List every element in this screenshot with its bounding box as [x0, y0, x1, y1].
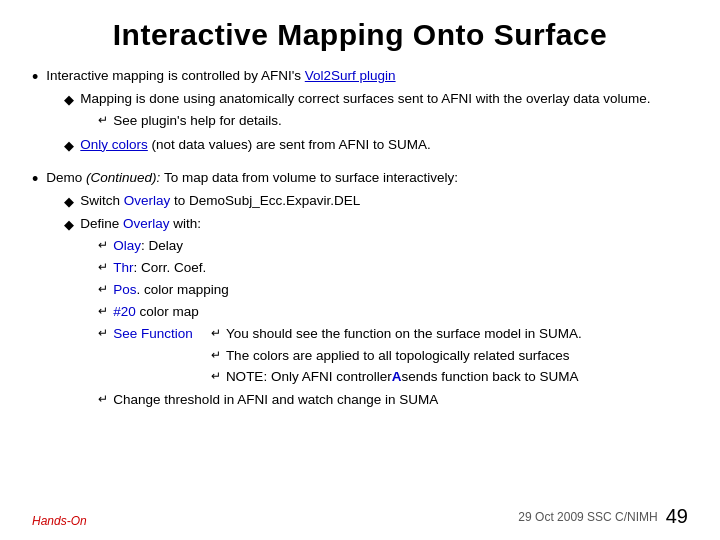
arrow-h-icon-4: ◆: [64, 215, 74, 235]
section2-sub2-seefunc: ↵ See Function ↵ You should see the func…: [98, 324, 688, 390]
see-func-item2: ↵ The colors are applied to all topologi…: [211, 346, 582, 367]
bullet-dot-1: •: [32, 64, 38, 92]
arrow-small-icon-3: ↵: [98, 258, 108, 277]
section2-main-italic: (Continued):: [86, 170, 160, 185]
hash20-rest: color map: [136, 304, 199, 319]
section2-sub1-rest: to DemoSubj_Ecc.Expavir.DEL: [170, 193, 360, 208]
bullet-1-text: Interactive mapping is controlled by AFN…: [46, 66, 688, 158]
footer: Hands-On 29 Oct 2009 SSC C/NIMH 49: [32, 505, 688, 528]
see-function-label: See Function: [113, 324, 193, 345]
section1-sub2-rest: (not data values) are sent from AFNI to …: [148, 137, 431, 152]
olay-blue: Olay: [113, 238, 141, 253]
see-function-sublist: ↵ You should see the function on the sur…: [211, 324, 582, 390]
arrow-h-icon-2: ◆: [64, 136, 74, 156]
change-threshold-text: Change threshold in AFNI and watch chang…: [113, 390, 438, 411]
section1-sub2-text: Only colors (not data values) are sent f…: [80, 135, 688, 156]
arrow-h-icon-3: ◆: [64, 192, 74, 212]
section2-sub2-thr: ↵ Thr: Corr. Coef.: [98, 258, 688, 279]
section2-sub1-text: Switch Overlay to DemoSubj_Ecc.Expavir.D…: [80, 191, 688, 212]
section2-sub2-text: Define Overlay with: ↵ Olay: Delay ↵: [80, 214, 688, 412]
section1-sub2: ◆ Only colors (not data values) are sent…: [64, 135, 688, 156]
section2-sub2: ◆ Define Overlay with: ↵ Olay: Delay: [64, 214, 688, 412]
content-area: • Interactive mapping is controlled by A…: [32, 66, 688, 499]
arrow-small-icon-5: ↵: [98, 302, 108, 321]
arrow-h-icon-1: ◆: [64, 90, 74, 110]
see-func-item3: ↵ NOTE: Only AFNI controller A sends fun…: [211, 367, 582, 388]
section1-sublist: ◆ Mapping is done using anatomically cor…: [64, 89, 688, 156]
section2-sub2-olay: ↵ Olay: Delay: [98, 236, 688, 257]
arrow-small-icon-4: ↵: [98, 280, 108, 299]
see-func-item1: ↵ You should see the function on the sur…: [211, 324, 582, 345]
hash20-blue: #20: [113, 304, 136, 319]
section1-sub1-text: Mapping is done using anatomically corre…: [80, 89, 688, 133]
section1-main: Interactive mapping is controlled by AFN…: [46, 68, 304, 83]
section2-sub2-sublist: ↵ Olay: Delay ↵ Thr: Corr. Coef.: [98, 236, 688, 411]
section2-sub1-blue: Overlay: [124, 193, 171, 208]
see-func-a-bold: A: [392, 367, 402, 388]
section2-sub2-pos: ↵ Pos. color mapping: [98, 280, 688, 301]
footer-left: Hands-On: [32, 514, 87, 528]
footer-right: 29 Oct 2009 SSC C/NIMH 49: [518, 505, 688, 528]
bullet-2: • Demo (Continued): To map data from vol…: [32, 168, 688, 414]
arrow-small-icon-10: ↵: [98, 390, 108, 409]
footer-date: 29 Oct 2009 SSC C/NIMH: [518, 510, 657, 524]
section2-sub2-blue: Overlay: [123, 216, 170, 231]
section2-sub1: ◆ Switch Overlay to DemoSubj_Ecc.Expavir…: [64, 191, 688, 212]
section1-sub1-sub1-text: See plugin's help for details.: [113, 111, 281, 132]
pos-blue: Pos: [113, 282, 136, 297]
section2-sublist: ◆ Switch Overlay to DemoSubj_Ecc.Expavir…: [64, 191, 688, 412]
section1-sub1-sublist: ↵ See plugin's help for details.: [98, 111, 688, 132]
arrow-icon-9: ↵: [211, 367, 221, 386]
olay-rest: : Delay: [141, 238, 183, 253]
section2-sub2-rest: with:: [170, 216, 202, 231]
bullet-2-text: Demo (Continued): To map data from volum…: [46, 168, 688, 414]
arrow-icon-7: ↵: [211, 324, 221, 343]
section1-link[interactable]: Vol2Surf plugin: [305, 68, 396, 83]
section2-sub2-change: ↵ Change threshold in AFNI and watch cha…: [98, 390, 688, 411]
see-func-text3b: sends function back to SUMA: [401, 367, 578, 388]
section2-sub1-prefix: Switch: [80, 193, 124, 208]
arrow-icon-8: ↵: [211, 346, 221, 365]
page: Interactive Mapping Onto Surface • Inter…: [0, 0, 720, 540]
section2-sub2-prefix: Define: [80, 216, 123, 231]
section1-sub2-underline: Only colors: [80, 137, 148, 152]
bullet-dot-2: •: [32, 166, 38, 194]
see-func-text3: NOTE: Only AFNI controller: [226, 367, 392, 388]
arrow-small-icon-1: ↵: [98, 111, 108, 130]
thr-blue: Thr: [113, 260, 133, 275]
thr-rest: : Corr. Coef.: [134, 260, 207, 275]
arrow-small-icon-6: ↵: [98, 324, 108, 343]
section2-sub2-20: ↵ #20 color map: [98, 302, 688, 323]
arrow-small-icon-2: ↵: [98, 236, 108, 255]
see-func-text1: You should see the function on the surfa…: [226, 324, 582, 345]
section2-main-rest: To map data from volume to surface inter…: [160, 170, 458, 185]
see-func-text2: The colors are applied to all topologica…: [226, 346, 570, 367]
bullet-1: • Interactive mapping is controlled by A…: [32, 66, 688, 158]
pos-rest: . color mapping: [137, 282, 229, 297]
page-title: Interactive Mapping Onto Surface: [32, 18, 688, 52]
section1-sub1-sub1: ↵ See plugin's help for details.: [98, 111, 688, 132]
page-number: 49: [666, 505, 688, 528]
section1-sub1: ◆ Mapping is done using anatomically cor…: [64, 89, 688, 133]
section2-main-prefix: Demo: [46, 170, 86, 185]
